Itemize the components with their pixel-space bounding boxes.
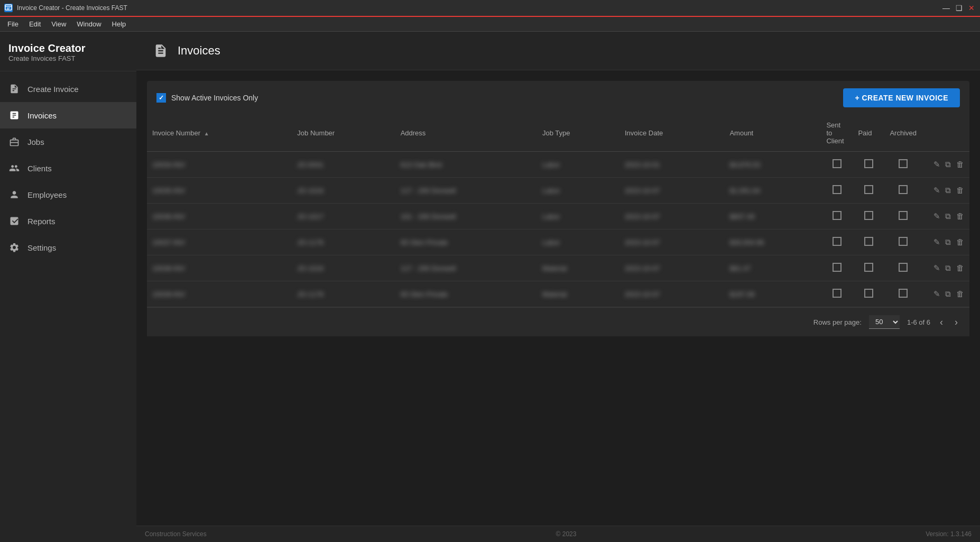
checkbox-paid-box-1[interactable] (864, 185, 873, 194)
next-page-button[interactable]: › (953, 317, 960, 328)
checkbox-sent_to_client-row-1[interactable] (821, 178, 853, 204)
checkbox-archived-box-1[interactable] (899, 185, 908, 194)
cell-4-row-3: 2023-10-07 (620, 229, 724, 255)
close-button[interactable]: ✕ (967, 4, 976, 12)
copy-button-row-1[interactable]: ⧉ (945, 186, 951, 195)
sidebar-item-jobs[interactable]: Jobs (0, 128, 136, 155)
delete-button-row-0[interactable]: 🗑 (956, 160, 964, 169)
delete-button-row-3[interactable]: 🗑 (956, 237, 964, 246)
actions-row-4: ✎ ⧉ 🗑 (922, 255, 969, 281)
cell-1-row-4: JO-1016 (292, 255, 395, 281)
edit-button-row-4[interactable]: ✎ (933, 263, 940, 272)
cell-3-row-5: Material (537, 281, 620, 307)
checkbox-archived-box-0[interactable] (899, 159, 908, 168)
checkbox-archived-box-5[interactable] (899, 289, 908, 298)
checkbox-sent_to_client-box-4[interactable] (833, 263, 842, 272)
employees-icon (8, 189, 20, 200)
sidebar: Invoice Creator Create Invoices FAST Cre… (0, 32, 136, 542)
checkbox-paid-box-3[interactable] (864, 237, 873, 246)
menu-help[interactable]: Help (107, 18, 132, 30)
sidebar-item-reports[interactable]: Reports (0, 208, 136, 234)
checkbox-sent_to_client-box-0[interactable] (833, 159, 842, 168)
checkbox-archived-box-3[interactable] (899, 237, 908, 246)
checkbox-sent_to_client-row-4[interactable] (821, 255, 853, 281)
checkbox-archived-row-5[interactable] (884, 281, 922, 307)
sidebar-item-create-invoice[interactable]: Create Invoice (0, 76, 136, 102)
copy-button-row-5[interactable]: ⧉ (945, 289, 951, 298)
checkbox-paid-row-0[interactable] (853, 152, 884, 178)
checkbox-sent_to_client-box-5[interactable] (833, 289, 842, 298)
prev-page-button[interactable]: ‹ (938, 317, 945, 328)
menu-window[interactable]: Window (71, 18, 106, 30)
copy-button-row-2[interactable]: ⧉ (945, 212, 951, 221)
delete-button-row-2[interactable]: 🗑 (956, 212, 964, 221)
edit-button-row-1[interactable]: ✎ (933, 186, 940, 195)
cell-2-row-0: 613 Oak Blvd (395, 152, 537, 178)
checkbox-paid-row-2[interactable] (853, 204, 884, 229)
menu-view[interactable]: View (46, 18, 71, 30)
checkbox-sent_to_client-box-1[interactable] (833, 185, 842, 194)
footer-left: Construction Services (145, 530, 207, 538)
checkbox-archived-box-2[interactable] (899, 211, 908, 220)
checkbox-paid-box-4[interactable] (864, 263, 873, 272)
col-sent-to-client: Sent to Client (821, 115, 853, 152)
rows-per-page-select[interactable]: 50 10 25 100 (869, 315, 900, 329)
jobs-icon (8, 136, 20, 148)
checkbox-sent_to_client-box-3[interactable] (833, 237, 842, 246)
sidebar-item-settings[interactable]: Settings (0, 234, 136, 261)
delete-button-row-4[interactable]: 🗑 (956, 263, 964, 272)
active-only-checkbox[interactable] (156, 93, 166, 103)
checkbox-paid-row-5[interactable] (853, 281, 884, 307)
sidebar-item-clients[interactable]: Clients (0, 155, 136, 181)
cell-2-row-4: 117 - 200 Donwell (395, 255, 537, 281)
checkbox-sent_to_client-row-3[interactable] (821, 229, 853, 255)
edit-button-row-3[interactable]: ✎ (933, 237, 940, 246)
edit-button-row-2[interactable]: ✎ (933, 212, 940, 221)
checkbox-paid-row-3[interactable] (853, 229, 884, 255)
checkbox-archived-row-2[interactable] (884, 204, 922, 229)
actions-row-1: ✎ ⧉ 🗑 (922, 178, 969, 204)
checkbox-paid-row-1[interactable] (853, 178, 884, 204)
checkbox-paid-box-2[interactable] (864, 211, 873, 220)
cell-0-row-1: 10035-INV (147, 178, 292, 204)
checkbox-paid-box-5[interactable] (864, 289, 873, 298)
checkbox-paid-box-0[interactable] (864, 159, 873, 168)
sidebar-label-jobs: Jobs (27, 137, 44, 146)
create-new-invoice-button[interactable]: + CREATE NEW INVOICE (843, 88, 960, 107)
menu-edit[interactable]: Edit (24, 18, 46, 30)
minimize-button[interactable]: — (942, 4, 950, 12)
menu-file[interactable]: File (2, 18, 24, 30)
clients-icon (8, 162, 20, 174)
checkbox-archived-row-0[interactable] (884, 152, 922, 178)
copy-button-row-3[interactable]: ⧉ (945, 237, 951, 246)
checkbox-archived-row-3[interactable] (884, 229, 922, 255)
sidebar-nav: Create Invoice Invoices Jobs Clients (0, 71, 136, 542)
checkbox-sent_to_client-row-0[interactable] (821, 152, 853, 178)
copy-button-row-4[interactable]: ⧉ (945, 263, 951, 272)
cell-5-row-1: $1,091.64 (724, 178, 821, 204)
checkbox-paid-row-4[interactable] (853, 255, 884, 281)
titlebar: Invoice Creator - Create Invoices FAST —… (0, 0, 980, 17)
sidebar-item-employees[interactable]: Employees (0, 181, 136, 208)
checkbox-archived-row-1[interactable] (884, 178, 922, 204)
copy-button-row-0[interactable]: ⧉ (945, 160, 951, 169)
checkbox-archived-box-4[interactable] (899, 263, 908, 272)
cell-0-row-4: 10038-INV (147, 255, 292, 281)
edit-button-row-5[interactable]: ✎ (933, 289, 940, 298)
delete-button-row-1[interactable]: 🗑 (956, 186, 964, 195)
table-toolbar: Show Active Invoices Only + CREATE NEW I… (147, 81, 969, 115)
checkbox-archived-row-4[interactable] (884, 255, 922, 281)
checkbox-sent_to_client-row-2[interactable] (821, 204, 853, 229)
cell-2-row-2: 101 - 200 Donwell (395, 204, 537, 229)
delete-button-row-5[interactable]: 🗑 (956, 289, 964, 298)
checkbox-sent_to_client-row-5[interactable] (821, 281, 853, 307)
checkbox-sent_to_client-box-2[interactable] (833, 211, 842, 220)
cell-1-row-1: JO-1016 (292, 178, 395, 204)
table-row: 10037-INVJO-117665 Glen PrivateLabor2023… (147, 229, 969, 255)
menubar: File Edit View Window Help (0, 17, 980, 32)
table-row: 10035-INVJO-1016117 - 200 DonwellLabor20… (147, 178, 969, 204)
sidebar-item-invoices[interactable]: Invoices (0, 102, 136, 128)
edit-button-row-0[interactable]: ✎ (933, 160, 940, 169)
restore-button[interactable]: ❑ (955, 4, 963, 12)
rows-per-page-label: Rows per page: (813, 318, 862, 326)
